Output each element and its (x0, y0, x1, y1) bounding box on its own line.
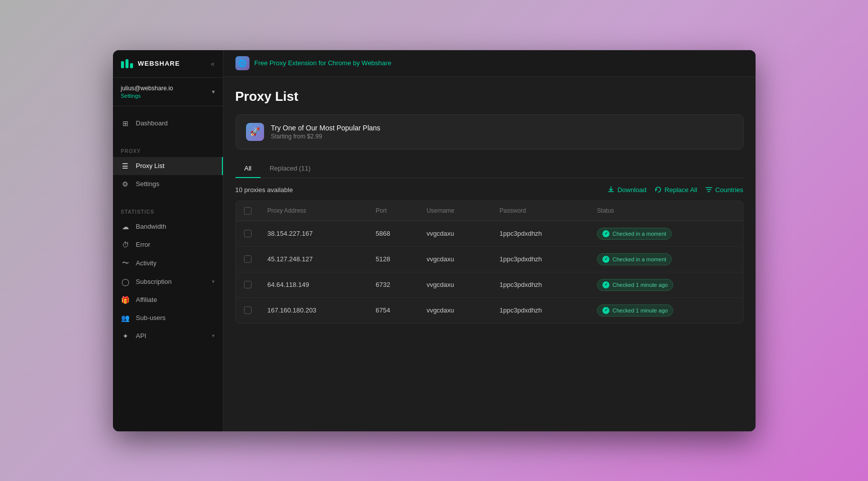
sidebar-item-label-affiliate: Affiliate (136, 296, 215, 303)
row-status-1: Checked in a moment (589, 246, 742, 272)
row-checkbox-1[interactable] (244, 255, 252, 263)
sidebar-item-label-dashboard: Dashboard (136, 119, 215, 127)
row-checkbox-2[interactable] (244, 281, 252, 288)
row-checkbox-0[interactable] (244, 230, 252, 237)
sidebar-item-sub-users[interactable]: 👥 Sub-users (113, 309, 223, 327)
logo-bar-3 (130, 63, 133, 68)
sidebar-item-label-subscription: Subscription (136, 278, 206, 285)
sidebar-item-label-bandwidth: Bandwidth (136, 223, 215, 230)
user-info: julius@webshare.io Settings (121, 85, 173, 99)
row-username-2: vvgcdaxu (419, 272, 491, 297)
download-label: Download (617, 186, 647, 194)
user-section[interactable]: julius@webshare.io Settings ▾ (113, 78, 223, 106)
logo-bar-1 (121, 61, 124, 68)
chart-icon: 〜 (121, 259, 130, 268)
filter-icon (705, 186, 712, 193)
banner-text: Free Proxy Extension for Chrome by Websh… (255, 59, 392, 67)
nav-section-statistics: STATISTICS ☁ Bandwidth ⏱ Error 〜 Activit… (113, 201, 223, 353)
tab-replaced[interactable]: Replaced (11) (261, 159, 320, 178)
download-button[interactable]: Download (607, 186, 647, 194)
user-chevron-icon[interactable]: ▾ (212, 88, 215, 95)
sidebar: WEBSHARE « julius@webshare.io Settings ▾… (113, 50, 223, 431)
nav-section-main: ⊞ Dashboard (113, 106, 223, 140)
row-port-2: 6732 (367, 272, 418, 297)
proxy-tabs: All Replaced (11) (235, 159, 743, 178)
sidebar-header: WEBSHARE « (113, 50, 223, 78)
sidebar-item-bandwidth[interactable]: ☁ Bandwidth (113, 218, 223, 236)
replace-all-button[interactable]: Replace All (655, 186, 697, 194)
tab-all[interactable]: All (235, 159, 261, 178)
sidebar-item-api[interactable]: ✦ API ▾ (113, 327, 223, 345)
promo-subtitle: Starting from $2.99 (271, 133, 381, 140)
row-password-2: 1ppc3pdxdhzh (491, 272, 589, 297)
table-row: 167.160.180.203 6754 vvgcdaxu 1ppc3pdxdh… (236, 297, 743, 323)
countries-label: Countries (715, 186, 743, 194)
row-status-2: Checked 1 minute ago (589, 272, 742, 297)
countries-button[interactable]: Countries (705, 186, 743, 194)
status-badge: Checked in a moment (597, 253, 672, 265)
replace-icon (655, 186, 662, 193)
users-icon: 👥 (121, 314, 130, 322)
row-password-3: 1ppc3pdxdhzh (491, 297, 589, 323)
top-banner[interactable]: 🌐 Free Proxy Extension for Chrome by Web… (223, 50, 756, 77)
sidebar-item-label-activity: Activity (136, 259, 215, 267)
row-checkbox-cell (236, 272, 260, 297)
sidebar-item-affiliate[interactable]: 🎁 Affiliate (113, 291, 223, 309)
row-password-0: 1ppc3pdxdhzh (491, 221, 589, 246)
toolbar-actions: Download Replace All Countries (607, 186, 743, 194)
status-dot-icon (602, 230, 609, 237)
sidebar-item-label-api: API (136, 332, 206, 340)
sidebar-item-subscription[interactable]: ◯ Subscription ▾ (113, 273, 223, 291)
replace-all-label: Replace All (665, 186, 697, 194)
status-dot-icon (602, 281, 609, 288)
sidebar-item-label-sub-users: Sub-users (136, 314, 215, 322)
col-header-status: Status (589, 201, 742, 221)
col-header-address: Proxy Address (260, 201, 368, 221)
select-all-header (236, 201, 260, 221)
proxy-section-label: PROXY (113, 148, 223, 154)
main-content-area: 🌐 Free Proxy Extension for Chrome by Web… (223, 50, 756, 431)
user-settings-link[interactable]: Settings (121, 93, 173, 99)
app-window: WEBSHARE « julius@webshare.io Settings ▾… (113, 50, 756, 431)
status-text: Checked 1 minute ago (612, 282, 668, 288)
row-address-2: 64.64.118.149 (260, 272, 368, 297)
sidebar-item-proxy-settings[interactable]: ⚙ Settings (113, 175, 223, 193)
api-chevron-icon: ▾ (212, 333, 215, 339)
main-scrollable: Proxy List 🚀 Try One of Our Most Popular… (223, 77, 756, 431)
status-text: Checked in a moment (612, 256, 666, 262)
proxy-table-container: Proxy Address Port Username Password Sta… (235, 201, 743, 324)
sidebar-collapse-button[interactable]: « (211, 60, 215, 68)
select-all-checkbox[interactable] (244, 207, 252, 215)
table-row: 64.64.118.149 6732 vvgcdaxu 1ppc3pdxdhzh… (236, 272, 743, 297)
sidebar-item-error[interactable]: ⏱ Error (113, 236, 223, 254)
sidebar-item-dashboard[interactable]: ⊞ Dashboard (113, 114, 223, 132)
logo-bar-2 (126, 59, 129, 68)
sidebar-item-activity[interactable]: 〜 Activity (113, 254, 223, 273)
banner-chrome-icon: 🌐 (235, 56, 250, 70)
sidebar-item-proxy-list[interactable]: ☰ Proxy List (113, 157, 223, 175)
promo-text: Try One of Our Most Popular Plans Starti… (271, 124, 381, 140)
promo-card[interactable]: 🚀 Try One of Our Most Popular Plans Star… (235, 114, 743, 149)
list-icon: ☰ (121, 162, 130, 170)
row-username-0: vvgcdaxu (419, 221, 491, 246)
sidebar-item-label-proxy-list: Proxy List (136, 162, 214, 170)
col-header-password: Password (491, 201, 589, 221)
logo-icon (121, 59, 133, 68)
status-text: Checked in a moment (612, 231, 666, 237)
grid-icon: ⊞ (121, 119, 130, 127)
proxy-table: Proxy Address Port Username Password Sta… (236, 201, 743, 323)
status-badge: Checked 1 minute ago (597, 304, 673, 316)
row-address-3: 167.160.180.203 (260, 297, 368, 323)
gift-icon: 🎁 (121, 296, 130, 304)
download-icon (607, 186, 614, 193)
api-icon: ✦ (121, 332, 130, 340)
row-checkbox-3[interactable] (244, 306, 252, 314)
user-icon: ◯ (121, 278, 130, 286)
status-text: Checked 1 minute ago (612, 307, 668, 313)
sidebar-item-label-error: Error (136, 241, 215, 248)
gear-icon: ⚙ (121, 180, 130, 188)
row-status-0: Checked in a moment (589, 221, 742, 246)
status-dot-icon (602, 307, 609, 314)
row-status-3: Checked 1 minute ago (589, 297, 742, 323)
status-badge: Checked 1 minute ago (597, 279, 673, 291)
